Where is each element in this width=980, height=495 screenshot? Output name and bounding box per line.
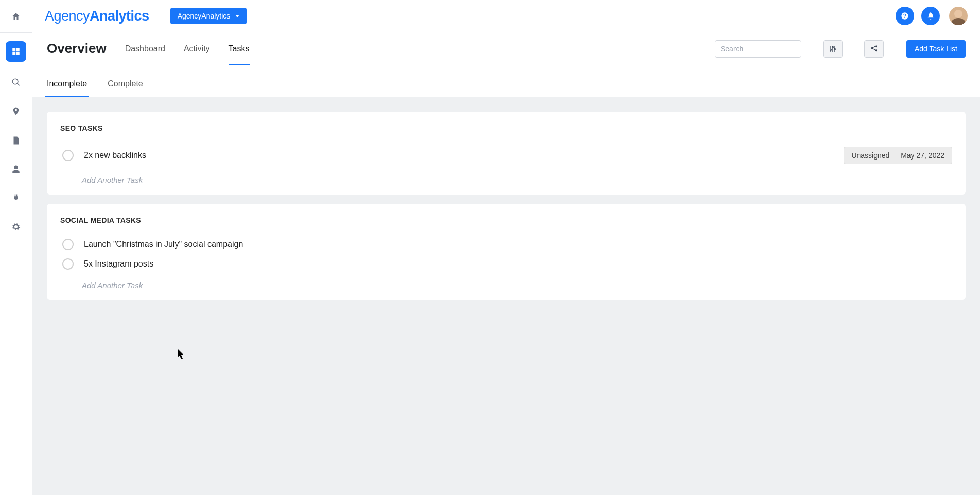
- topbar: AgencyAnalytics AgencyAnalytics: [32, 0, 980, 32]
- sidebar-item-reports[interactable]: [0, 126, 32, 155]
- task-label[interactable]: 5x Instagram posts: [84, 259, 952, 269]
- sidebar-divider: [0, 32, 32, 33]
- task-workspace: SEO TASKS 2x new backlinks Unassigned — …: [32, 97, 980, 495]
- share-icon: [870, 45, 878, 53]
- tab-dashboard[interactable]: Dashboard: [125, 32, 165, 65]
- bell-icon: [926, 12, 935, 20]
- sidebar-item-location[interactable]: [0, 97, 32, 126]
- task-checkbox[interactable]: [62, 150, 74, 161]
- task-row: Launch "Christmas in July" social campai…: [60, 235, 952, 254]
- sidebar: [0, 0, 32, 495]
- nav-tabs: Dashboard Activity Tasks: [125, 32, 250, 65]
- filter-tab-incomplete[interactable]: Incomplete: [47, 79, 87, 97]
- task-label[interactable]: Launch "Christmas in July" social campai…: [84, 240, 952, 249]
- task-group-title: SOCIAL MEDIA TASKS: [60, 216, 952, 224]
- user-icon: [11, 165, 21, 174]
- map-pin-icon: [11, 107, 21, 116]
- sidebar-item-settings[interactable]: [0, 213, 32, 241]
- brand-part1: Agency: [45, 8, 90, 24]
- avatar[interactable]: [949, 7, 968, 25]
- sidebar-item-users[interactable]: [0, 155, 32, 184]
- page-title: Overview: [47, 41, 107, 57]
- add-task-button[interactable]: Add Another Task: [82, 281, 952, 290]
- task-row: 5x Instagram posts: [60, 254, 952, 274]
- brand-logo[interactable]: AgencyAnalytics: [45, 8, 149, 24]
- file-chart-icon: [11, 136, 21, 145]
- search-icon: [11, 78, 21, 87]
- help-icon: [901, 12, 909, 20]
- sidebar-item-dashboard[interactable]: [6, 41, 26, 62]
- task-group-title: SEO TASKS: [60, 124, 952, 132]
- notifications-button[interactable]: [921, 7, 940, 25]
- add-task-list-button[interactable]: Add Task List: [906, 40, 966, 58]
- tab-tasks[interactable]: Tasks: [229, 32, 250, 65]
- filter-tabs: Incomplete Complete: [32, 65, 980, 97]
- filter-tab-complete[interactable]: Complete: [108, 79, 143, 97]
- add-task-button[interactable]: Add Another Task: [82, 175, 952, 184]
- gear-icon: [11, 222, 21, 232]
- help-button[interactable]: [896, 7, 914, 25]
- task-meta[interactable]: Unassigned — May 27, 2022: [844, 147, 952, 164]
- sidebar-item-home[interactable]: [0, 0, 32, 32]
- home-icon: [11, 12, 21, 21]
- sidebar-item-search[interactable]: [0, 68, 32, 97]
- task-group: SEO TASKS 2x new backlinks Unassigned — …: [47, 112, 966, 195]
- task-checkbox[interactable]: [62, 258, 74, 270]
- grid-icon: [11, 47, 21, 56]
- task-checkbox[interactable]: [62, 239, 74, 250]
- search-input[interactable]: [715, 40, 801, 58]
- plug-icon: [11, 193, 21, 203]
- share-button[interactable]: [864, 40, 884, 58]
- task-group: SOCIAL MEDIA TASKS Launch "Christmas in …: [47, 204, 966, 300]
- settings-columns-button[interactable]: [823, 40, 843, 58]
- sidebar-item-integrations[interactable]: [0, 184, 32, 213]
- brand-divider: [160, 9, 160, 23]
- chevron-down-icon: [235, 15, 239, 17]
- task-row: 2x new backlinks Unassigned — May 27, 20…: [60, 143, 952, 168]
- brand-part2: Analytics: [90, 8, 149, 24]
- tab-activity[interactable]: Activity: [184, 32, 210, 65]
- sliders-icon: [829, 45, 837, 53]
- subheader: Overview Dashboard Activity Tasks Add Ta…: [32, 32, 980, 65]
- task-label[interactable]: 2x new backlinks: [84, 151, 833, 160]
- campaign-selector-button[interactable]: AgencyAnalytics: [170, 8, 247, 24]
- campaign-selector-label: AgencyAnalytics: [178, 12, 231, 20]
